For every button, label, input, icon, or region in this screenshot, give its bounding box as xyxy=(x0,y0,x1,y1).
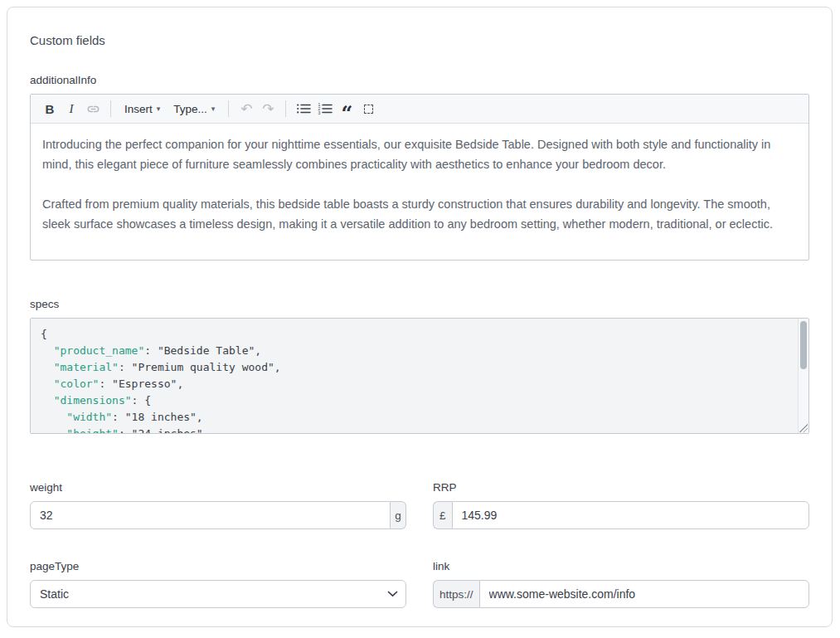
editor-toolbar: B I Insert ▾ Type... ▾ xyxy=(31,95,808,124)
specs-scrollbar-thumb[interactable] xyxy=(800,321,807,369)
specs-code: { "product_name": "Bedside Table", "mate… xyxy=(41,326,789,434)
rrp-input-group: £ xyxy=(433,501,809,529)
type-dropdown[interactable]: Type... ▾ xyxy=(167,98,221,119)
page-type-select[interactable]: Static xyxy=(30,580,406,608)
bullet-list-button[interactable] xyxy=(293,98,314,119)
link-protocol-addon: https:// xyxy=(433,580,479,608)
toolbar-divider xyxy=(285,100,286,117)
specs-label: specs xyxy=(30,297,809,311)
redo-icon: ↷ xyxy=(262,102,274,116)
code-line: "width": "18 inches", xyxy=(41,409,789,426)
undo-icon: ↶ xyxy=(240,102,252,116)
additional-info-label: additionalInfo xyxy=(30,73,809,87)
weight-label: weight xyxy=(30,480,406,494)
svg-text:3: 3 xyxy=(318,110,321,114)
type-dropdown-label: Type... xyxy=(173,103,207,115)
redo-button[interactable]: ↷ xyxy=(257,98,279,119)
specs-code-editor[interactable]: { "product_name": "Bedside Table", "mate… xyxy=(30,318,809,434)
custom-fields-card: Custom fields additionalInfo B I Insert … xyxy=(7,7,833,627)
rich-text-editor: B I Insert ▾ Type... ▾ xyxy=(30,94,809,261)
italic-button[interactable]: I xyxy=(61,98,82,119)
bullet-list-icon xyxy=(296,103,311,114)
link-button[interactable] xyxy=(82,98,104,119)
link-input-group: https:// xyxy=(433,580,809,608)
undo-button[interactable]: ↶ xyxy=(235,98,257,119)
code-line: "product_name": "Bedside Table", xyxy=(41,343,789,359)
bold-button[interactable]: B xyxy=(39,98,61,119)
rrp-input[interactable] xyxy=(452,501,809,529)
rrp-currency-addon: £ xyxy=(433,501,452,529)
page-type-label: pageType xyxy=(30,559,406,573)
numbered-list-icon: 1 2 3 xyxy=(318,103,333,114)
weight-unit-addon: g xyxy=(391,501,406,529)
numbered-list-button[interactable]: 1 2 3 xyxy=(314,98,336,119)
link-icon xyxy=(86,102,100,116)
toolbar-divider xyxy=(110,100,111,117)
block-container-button[interactable] xyxy=(357,98,379,119)
insert-dropdown-label: Insert xyxy=(124,103,153,115)
code-line: "dimensions": { xyxy=(41,392,789,409)
editor-paragraph: Crafted from premium quality materials, … xyxy=(42,194,797,234)
weight-input-group: g xyxy=(30,501,406,529)
link-input[interactable] xyxy=(479,580,809,608)
insert-dropdown[interactable]: Insert ▾ xyxy=(118,98,167,119)
resize-grip[interactable] xyxy=(799,423,808,432)
code-line: "material": "Premium quality wood", xyxy=(41,359,789,376)
specs-scrollbar[interactable] xyxy=(798,319,808,433)
code-line: { xyxy=(41,326,789,343)
card-title: Custom fields xyxy=(30,32,809,49)
editor-paragraph: Introducing the perfect companion for yo… xyxy=(42,134,797,174)
code-line: "height": "24 inches", xyxy=(41,426,789,434)
blockquote-icon: “ xyxy=(341,110,352,118)
editor-content[interactable]: Introducing the perfect companion for yo… xyxy=(31,124,808,260)
blockquote-button[interactable]: “ xyxy=(336,98,357,119)
weight-input[interactable] xyxy=(30,501,391,529)
page-type-selected-value: Static xyxy=(40,587,69,601)
dashed-square-icon xyxy=(364,105,373,114)
chevron-down-icon: ▾ xyxy=(211,105,216,113)
rrp-label: RRP xyxy=(433,480,809,494)
chevron-down-icon: ▾ xyxy=(157,105,161,113)
code-line: "color": "Espresso", xyxy=(41,376,789,392)
toolbar-divider xyxy=(228,100,229,117)
link-label: link xyxy=(433,559,809,573)
